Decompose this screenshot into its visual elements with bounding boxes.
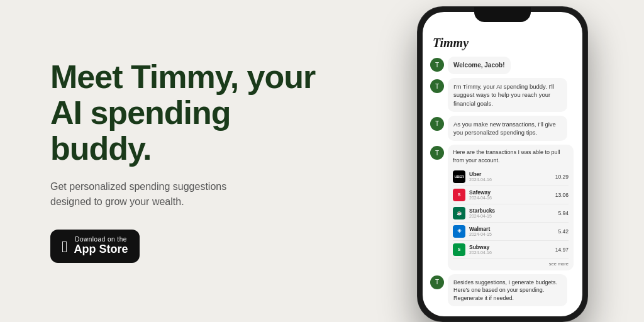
app-store-button[interactable]:  Download on the App Store	[50, 230, 140, 263]
safeway-amount: 13.06	[555, 192, 569, 198]
btn-bottom-text: App Store	[74, 243, 128, 257]
timmy-avatar-4: T	[430, 146, 444, 160]
headline: Meet Timmy, your AI spending buddy.	[50, 59, 323, 167]
walmart-name: Walmart	[469, 226, 554, 232]
starbucks-date: 2024-04-15	[469, 214, 554, 218]
right-section: Timmy T Welcome, Jacob! T I'm Timmy, you…	[361, 0, 644, 322]
transaction-starbucks: ☕ Starbucks 2024-04-15 5.94	[453, 204, 569, 223]
subway-logo: S	[453, 243, 465, 256]
subway-name: Subway	[469, 244, 552, 250]
subway-date: 2024-04-16	[469, 250, 552, 255]
subheadline: Get personalized spending suggestions de…	[50, 179, 252, 209]
phone-notch	[474, 7, 531, 22]
transaction-uber: UBER Uber 2024-04-16 10.29	[453, 168, 569, 186]
safeway-info: Safeway 2024-04-16	[469, 189, 552, 200]
subway-info: Subway 2024-04-16	[469, 244, 552, 255]
uber-date: 2024-04-16	[469, 177, 552, 182]
walmart-info: Walmart 2024-04-15	[469, 226, 554, 236]
chat-message-1: T Welcome, Jacob!	[430, 57, 575, 74]
chat-message-2: T I'm Timmy, your AI spending buddy. I'l…	[430, 78, 575, 112]
walmart-amount: 5.42	[558, 228, 569, 235]
chat-bubble-1: Welcome, Jacob!	[448, 57, 511, 74]
transactions-intro: Here are the transactions I was able to …	[453, 148, 569, 167]
apple-icon: 	[62, 238, 68, 255]
app-title: Timmy	[423, 30, 582, 54]
uber-name: Uber	[469, 171, 552, 177]
screen-content: Timmy T Welcome, Jacob! T I'm Timmy, you…	[423, 12, 582, 316]
timmy-avatar-3: T	[430, 117, 444, 131]
starbucks-amount: 5.94	[558, 210, 569, 216]
walmart-logo: ✳	[453, 225, 465, 238]
btn-text: Download on the App Store	[74, 236, 128, 257]
chat-bubble-2: I'm Timmy, your AI spending buddy. I'll …	[448, 78, 567, 112]
btn-top-text: Download on the	[74, 236, 128, 243]
chat-message-3: T As you make new transactions, I'll giv…	[430, 116, 575, 142]
subway-amount: 14.97	[555, 247, 569, 253]
left-section: Meet Timmy, your AI spending buddy. Get …	[0, 21, 361, 301]
chat-bubble-3: As you make new transactions, I'll give …	[448, 116, 567, 142]
timmy-avatar-5: T	[430, 275, 444, 289]
transactions-card: Here are the transactions I was able to …	[448, 145, 574, 270]
chat-message-4: T Here are the transactions I was able t…	[430, 145, 575, 270]
timmy-avatar-2: T	[430, 79, 444, 93]
starbucks-info: Starbucks 2024-04-15	[469, 208, 554, 218]
uber-amount: 10.29	[555, 174, 569, 180]
chat-area: T Welcome, Jacob! T I'm Timmy, your AI s…	[423, 54, 582, 309]
uber-info: Uber 2024-04-16	[469, 171, 552, 182]
page-container: Meet Timmy, your AI spending buddy. Get …	[0, 0, 644, 322]
walmart-date: 2024-04-15	[469, 232, 554, 236]
phone-screen: Timmy T Welcome, Jacob! T I'm Timmy, you…	[423, 12, 582, 316]
transaction-walmart: ✳ Walmart 2024-04-15 5.42	[453, 223, 569, 241]
safeway-date: 2024-04-16	[469, 196, 552, 200]
chat-message-5: T Besides suggestions, I generate budget…	[430, 274, 575, 307]
uber-logo: UBER	[453, 170, 465, 183]
see-more-link[interactable]: see more	[453, 259, 569, 267]
last-bubble: Besides suggestions, I generate budgets.…	[448, 274, 567, 307]
safeway-name: Safeway	[469, 189, 552, 196]
phone-mockup: Timmy T Welcome, Jacob! T I'm Timmy, you…	[418, 7, 587, 321]
transaction-subway: S Subway 2024-04-16 14.97	[453, 241, 569, 259]
timmy-avatar-1: T	[430, 58, 444, 72]
starbucks-logo: ☕	[453, 207, 465, 219]
transaction-safeway: S Safeway 2024-04-16 13.06	[453, 186, 569, 204]
starbucks-name: Starbucks	[469, 208, 554, 214]
safeway-logo: S	[453, 189, 465, 201]
